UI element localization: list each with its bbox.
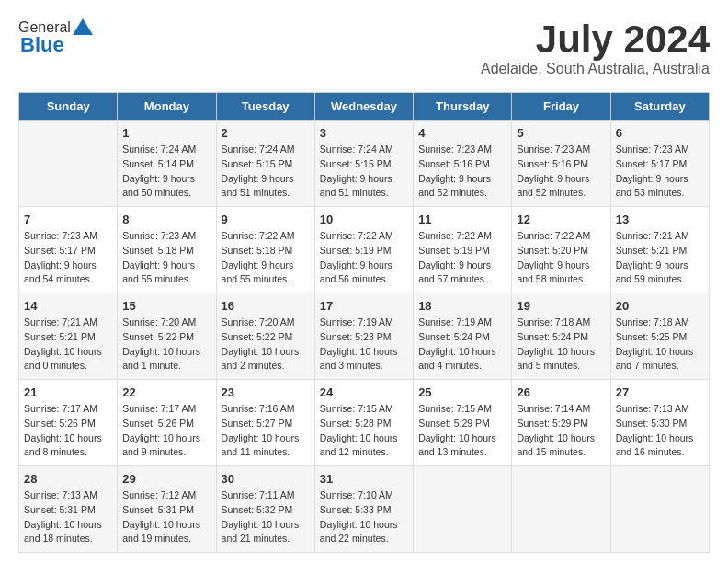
- calendar-week-row: 14Sunrise: 7:21 AMSunset: 5:21 PMDayligh…: [19, 293, 710, 380]
- day-number: 28: [24, 472, 112, 486]
- day-info: Sunrise: 7:20 AMSunset: 5:22 PMDaylight:…: [222, 316, 310, 373]
- calendar-table: SundayMondayTuesdayWednesdayThursdayFrid…: [18, 92, 710, 553]
- column-header-thursday: Thursday: [414, 93, 512, 121]
- day-number: 2: [222, 126, 310, 140]
- calendar-cell: 29Sunrise: 7:12 AMSunset: 5:31 PMDayligh…: [118, 466, 216, 553]
- calendar-cell: 4Sunrise: 7:23 AMSunset: 5:16 PMDaylight…: [414, 121, 512, 207]
- day-info: Sunrise: 7:11 AMSunset: 5:32 PMDaylight:…: [222, 488, 310, 546]
- svg-marker-0: [73, 18, 93, 35]
- day-info: Sunrise: 7:16 AMSunset: 5:27 PMDaylight:…: [222, 402, 310, 460]
- calendar-cell: 31Sunrise: 7:10 AMSunset: 5:33 PMDayligh…: [314, 466, 413, 553]
- calendar-cell: 15Sunrise: 7:20 AMSunset: 5:22 PMDayligh…: [118, 293, 216, 380]
- day-info: Sunrise: 7:20 AMSunset: 5:22 PMDaylight:…: [122, 316, 210, 373]
- day-number: 12: [517, 213, 605, 226]
- day-number: 26: [517, 385, 605, 399]
- calendar-cell: 5Sunrise: 7:23 AMSunset: 5:16 PMDaylight…: [512, 121, 610, 207]
- day-info: Sunrise: 7:13 AMSunset: 5:30 PMDaylight:…: [616, 402, 704, 460]
- title-block: July 2024 Adelaide, South Australia, Aus…: [481, 18, 710, 77]
- calendar-cell: 11Sunrise: 7:22 AMSunset: 5:19 PMDayligh…: [414, 207, 512, 293]
- logo: General Blue: [18, 18, 93, 57]
- calendar-cell: 17Sunrise: 7:19 AMSunset: 5:23 PMDayligh…: [314, 293, 413, 380]
- day-number: 20: [616, 299, 704, 313]
- day-number: 24: [320, 385, 408, 399]
- day-number: 16: [222, 299, 310, 313]
- day-info: Sunrise: 7:24 AMSunset: 5:14 PMDaylight:…: [122, 143, 210, 201]
- page-header: General Blue July 2024 Adelaide, South A…: [18, 18, 710, 77]
- day-number: 8: [122, 213, 210, 226]
- calendar-cell: 23Sunrise: 7:16 AMSunset: 5:27 PMDayligh…: [216, 380, 314, 466]
- day-info: Sunrise: 7:18 AMSunset: 5:24 PMDaylight:…: [517, 316, 605, 373]
- day-number: 3: [320, 126, 408, 140]
- calendar-week-row: 28Sunrise: 7:13 AMSunset: 5:31 PMDayligh…: [19, 466, 710, 553]
- calendar-cell: 21Sunrise: 7:17 AMSunset: 5:26 PMDayligh…: [19, 380, 118, 466]
- calendar-cell: [512, 466, 610, 553]
- day-info: Sunrise: 7:17 AMSunset: 5:26 PMDaylight:…: [122, 402, 210, 460]
- calendar-cell: 12Sunrise: 7:22 AMSunset: 5:20 PMDayligh…: [512, 207, 610, 293]
- day-number: 5: [517, 126, 605, 140]
- day-info: Sunrise: 7:14 AMSunset: 5:29 PMDaylight:…: [517, 402, 605, 460]
- calendar-cell: 28Sunrise: 7:13 AMSunset: 5:31 PMDayligh…: [19, 466, 118, 553]
- calendar-cell: 25Sunrise: 7:15 AMSunset: 5:29 PMDayligh…: [414, 380, 512, 466]
- column-header-friday: Friday: [512, 93, 610, 121]
- logo-blue-text: Blue: [20, 33, 64, 57]
- calendar-cell: 7Sunrise: 7:23 AMSunset: 5:17 PMDaylight…: [19, 207, 118, 293]
- subtitle: Adelaide, South Australia, Australia: [481, 61, 710, 77]
- day-number: 10: [320, 213, 408, 226]
- day-info: Sunrise: 7:15 AMSunset: 5:29 PMDaylight:…: [418, 402, 506, 460]
- calendar-cell: 18Sunrise: 7:19 AMSunset: 5:24 PMDayligh…: [414, 293, 512, 380]
- calendar-cell: 27Sunrise: 7:13 AMSunset: 5:30 PMDayligh…: [610, 380, 709, 466]
- day-number: 25: [418, 385, 506, 399]
- day-number: 18: [418, 299, 506, 313]
- day-info: Sunrise: 7:12 AMSunset: 5:31 PMDaylight:…: [122, 488, 210, 546]
- day-info: Sunrise: 7:22 AMSunset: 5:18 PMDaylight:…: [222, 229, 310, 287]
- calendar-header-row: SundayMondayTuesdayWednesdayThursdayFrid…: [19, 93, 710, 121]
- day-info: Sunrise: 7:22 AMSunset: 5:20 PMDaylight:…: [517, 229, 605, 287]
- day-number: 9: [222, 213, 310, 226]
- day-number: 1: [122, 126, 210, 140]
- calendar-week-row: 21Sunrise: 7:17 AMSunset: 5:26 PMDayligh…: [19, 380, 710, 466]
- day-info: Sunrise: 7:21 AMSunset: 5:21 PMDaylight:…: [616, 229, 704, 287]
- day-number: 14: [24, 299, 112, 313]
- calendar-cell: 2Sunrise: 7:24 AMSunset: 5:15 PMDaylight…: [216, 121, 314, 207]
- day-info: Sunrise: 7:24 AMSunset: 5:15 PMDaylight:…: [222, 143, 310, 201]
- calendar-cell: 14Sunrise: 7:21 AMSunset: 5:21 PMDayligh…: [19, 293, 118, 380]
- calendar-cell: 24Sunrise: 7:15 AMSunset: 5:28 PMDayligh…: [314, 380, 413, 466]
- day-info: Sunrise: 7:15 AMSunset: 5:28 PMDaylight:…: [320, 402, 408, 460]
- day-info: Sunrise: 7:10 AMSunset: 5:33 PMDaylight:…: [320, 488, 408, 546]
- column-header-tuesday: Tuesday: [216, 93, 314, 121]
- day-info: Sunrise: 7:18 AMSunset: 5:25 PMDaylight:…: [616, 316, 704, 373]
- calendar-cell: 20Sunrise: 7:18 AMSunset: 5:25 PMDayligh…: [610, 293, 709, 380]
- day-info: Sunrise: 7:19 AMSunset: 5:24 PMDaylight:…: [418, 316, 506, 373]
- day-number: 7: [24, 213, 112, 226]
- day-info: Sunrise: 7:23 AMSunset: 5:17 PMDaylight:…: [616, 143, 704, 201]
- day-number: 4: [418, 126, 506, 140]
- day-number: 17: [320, 299, 408, 313]
- calendar-cell: [414, 466, 512, 553]
- column-header-sunday: Sunday: [19, 93, 118, 121]
- calendar-cell: 22Sunrise: 7:17 AMSunset: 5:26 PMDayligh…: [118, 380, 216, 466]
- logo-icon: [73, 18, 93, 35]
- day-info: Sunrise: 7:23 AMSunset: 5:16 PMDaylight:…: [517, 143, 605, 201]
- day-info: Sunrise: 7:24 AMSunset: 5:15 PMDaylight:…: [320, 143, 408, 201]
- main-title: July 2024: [481, 18, 710, 61]
- day-info: Sunrise: 7:19 AMSunset: 5:23 PMDaylight:…: [320, 316, 408, 373]
- calendar-cell: 6Sunrise: 7:23 AMSunset: 5:17 PMDaylight…: [610, 121, 709, 207]
- day-number: 11: [418, 213, 506, 226]
- day-info: Sunrise: 7:17 AMSunset: 5:26 PMDaylight:…: [24, 402, 112, 460]
- column-header-monday: Monday: [118, 93, 216, 121]
- column-header-wednesday: Wednesday: [314, 93, 413, 121]
- day-number: 22: [122, 385, 210, 399]
- calendar-cell: 8Sunrise: 7:23 AMSunset: 5:18 PMDaylight…: [118, 207, 216, 293]
- day-info: Sunrise: 7:23 AMSunset: 5:16 PMDaylight:…: [418, 143, 506, 201]
- calendar-cell: 10Sunrise: 7:22 AMSunset: 5:19 PMDayligh…: [314, 207, 413, 293]
- calendar-cell: 26Sunrise: 7:14 AMSunset: 5:29 PMDayligh…: [512, 380, 610, 466]
- day-number: 31: [320, 472, 408, 486]
- day-number: 23: [222, 385, 310, 399]
- day-number: 27: [616, 385, 704, 399]
- day-info: Sunrise: 7:13 AMSunset: 5:31 PMDaylight:…: [24, 488, 112, 546]
- calendar-cell: 16Sunrise: 7:20 AMSunset: 5:22 PMDayligh…: [216, 293, 314, 380]
- day-info: Sunrise: 7:21 AMSunset: 5:21 PMDaylight:…: [24, 316, 112, 373]
- calendar-cell: 13Sunrise: 7:21 AMSunset: 5:21 PMDayligh…: [610, 207, 709, 293]
- day-number: 19: [517, 299, 605, 313]
- calendar-cell: 30Sunrise: 7:11 AMSunset: 5:32 PMDayligh…: [216, 466, 314, 553]
